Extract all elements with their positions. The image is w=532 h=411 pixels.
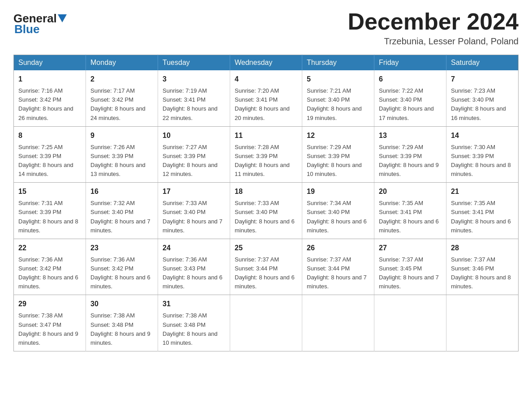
weekday-header-monday: Monday bbox=[86, 55, 158, 71]
day-info: Sunrise: 7:28 AMSunset: 3:39 PMDaylight:… bbox=[235, 144, 290, 177]
day-cell: 13Sunrise: 7:29 AMSunset: 3:39 PMDayligh… bbox=[374, 126, 446, 183]
day-number: 6 bbox=[379, 74, 442, 85]
header: General Blue December 2024 Trzebunia, Le… bbox=[13, 9, 519, 47]
week-row-5: 29Sunrise: 7:38 AMSunset: 3:47 PMDayligh… bbox=[14, 295, 519, 351]
day-cell: 2Sunrise: 7:17 AMSunset: 3:42 PMDaylight… bbox=[86, 70, 158, 126]
day-number: 19 bbox=[307, 186, 369, 197]
day-number: 24 bbox=[163, 243, 225, 253]
day-info: Sunrise: 7:34 AMSunset: 3:40 PMDaylight:… bbox=[307, 200, 367, 233]
day-cell: 24Sunrise: 7:36 AMSunset: 3:43 PMDayligh… bbox=[158, 239, 230, 295]
day-cell: 11Sunrise: 7:28 AMSunset: 3:39 PMDayligh… bbox=[230, 126, 302, 183]
day-number: 1 bbox=[18, 74, 81, 85]
day-cell bbox=[302, 295, 374, 351]
day-info: Sunrise: 7:37 AMSunset: 3:44 PMDaylight:… bbox=[235, 256, 295, 290]
day-cell: 16Sunrise: 7:32 AMSunset: 3:40 PMDayligh… bbox=[86, 183, 158, 239]
day-info: Sunrise: 7:38 AMSunset: 3:48 PMDaylight:… bbox=[90, 312, 150, 346]
day-info: Sunrise: 7:38 AMSunset: 3:48 PMDaylight:… bbox=[163, 312, 218, 346]
day-cell bbox=[446, 295, 519, 351]
day-cell: 31Sunrise: 7:38 AMSunset: 3:48 PMDayligh… bbox=[158, 295, 230, 351]
day-info: Sunrise: 7:22 AMSunset: 3:40 PMDaylight:… bbox=[379, 87, 434, 121]
day-info: Sunrise: 7:36 AMSunset: 3:43 PMDaylight:… bbox=[163, 256, 223, 290]
day-number: 21 bbox=[451, 186, 514, 197]
week-row-1: 1Sunrise: 7:16 AMSunset: 3:42 PMDaylight… bbox=[14, 70, 519, 126]
day-info: Sunrise: 7:38 AMSunset: 3:47 PMDaylight:… bbox=[18, 312, 78, 346]
day-info: Sunrise: 7:37 AMSunset: 3:45 PMDaylight:… bbox=[379, 256, 439, 290]
week-row-3: 15Sunrise: 7:31 AMSunset: 3:39 PMDayligh… bbox=[14, 183, 519, 239]
day-info: Sunrise: 7:29 AMSunset: 3:39 PMDaylight:… bbox=[379, 144, 439, 177]
day-number: 28 bbox=[451, 243, 514, 253]
day-cell: 26Sunrise: 7:37 AMSunset: 3:44 PMDayligh… bbox=[302, 239, 374, 295]
day-info: Sunrise: 7:36 AMSunset: 3:42 PMDaylight:… bbox=[90, 256, 150, 290]
day-number: 9 bbox=[90, 130, 153, 141]
weekday-header-row: SundayMondayTuesdayWednesdayThursdayFrid… bbox=[14, 55, 519, 71]
month-title: December 2024 bbox=[348, 9, 519, 34]
day-cell: 4Sunrise: 7:20 AMSunset: 3:41 PMDaylight… bbox=[230, 70, 302, 126]
day-info: Sunrise: 7:25 AMSunset: 3:39 PMDaylight:… bbox=[18, 144, 73, 177]
day-cell: 1Sunrise: 7:16 AMSunset: 3:42 PMDaylight… bbox=[14, 70, 86, 126]
title-area: December 2024 Trzebunia, Lesser Poland, … bbox=[348, 9, 519, 47]
day-number: 27 bbox=[379, 243, 442, 253]
day-cell: 6Sunrise: 7:22 AMSunset: 3:40 PMDaylight… bbox=[374, 70, 446, 126]
day-info: Sunrise: 7:36 AMSunset: 3:42 PMDaylight:… bbox=[18, 256, 78, 290]
day-number: 23 bbox=[90, 243, 153, 253]
day-info: Sunrise: 7:21 AMSunset: 3:40 PMDaylight:… bbox=[307, 87, 362, 121]
day-info: Sunrise: 7:35 AMSunset: 3:41 PMDaylight:… bbox=[451, 200, 511, 233]
logo-triangle-icon bbox=[58, 14, 67, 22]
day-number: 20 bbox=[379, 186, 442, 197]
day-cell: 15Sunrise: 7:31 AMSunset: 3:39 PMDayligh… bbox=[14, 183, 86, 239]
day-cell: 29Sunrise: 7:38 AMSunset: 3:47 PMDayligh… bbox=[14, 295, 86, 351]
day-cell: 9Sunrise: 7:26 AMSunset: 3:39 PMDaylight… bbox=[86, 126, 158, 183]
day-number: 17 bbox=[163, 186, 225, 197]
week-row-4: 22Sunrise: 7:36 AMSunset: 3:42 PMDayligh… bbox=[14, 239, 519, 295]
day-number: 22 bbox=[18, 243, 81, 253]
day-number: 14 bbox=[451, 130, 514, 141]
day-info: Sunrise: 7:33 AMSunset: 3:40 PMDaylight:… bbox=[163, 200, 223, 233]
day-cell: 3Sunrise: 7:19 AMSunset: 3:41 PMDaylight… bbox=[158, 70, 230, 126]
day-number: 31 bbox=[163, 299, 225, 309]
day-info: Sunrise: 7:16 AMSunset: 3:42 PMDaylight:… bbox=[18, 87, 73, 121]
day-info: Sunrise: 7:19 AMSunset: 3:41 PMDaylight:… bbox=[163, 87, 218, 121]
day-info: Sunrise: 7:20 AMSunset: 3:41 PMDaylight:… bbox=[235, 87, 290, 121]
day-number: 5 bbox=[307, 74, 369, 85]
day-number: 4 bbox=[235, 74, 297, 85]
day-cell: 30Sunrise: 7:38 AMSunset: 3:48 PMDayligh… bbox=[86, 295, 158, 351]
weekday-header-friday: Friday bbox=[374, 55, 446, 71]
weekday-header-saturday: Saturday bbox=[446, 55, 519, 71]
day-number: 8 bbox=[18, 130, 81, 141]
day-cell: 20Sunrise: 7:35 AMSunset: 3:41 PMDayligh… bbox=[374, 183, 446, 239]
day-cell: 12Sunrise: 7:29 AMSunset: 3:39 PMDayligh… bbox=[302, 126, 374, 183]
day-number: 12 bbox=[307, 130, 369, 141]
day-cell: 27Sunrise: 7:37 AMSunset: 3:45 PMDayligh… bbox=[374, 239, 446, 295]
day-info: Sunrise: 7:17 AMSunset: 3:42 PMDaylight:… bbox=[90, 87, 146, 121]
day-cell: 10Sunrise: 7:27 AMSunset: 3:39 PMDayligh… bbox=[158, 126, 230, 183]
day-cell: 23Sunrise: 7:36 AMSunset: 3:42 PMDayligh… bbox=[86, 239, 158, 295]
day-info: Sunrise: 7:37 AMSunset: 3:44 PMDaylight:… bbox=[307, 256, 367, 290]
day-cell: 19Sunrise: 7:34 AMSunset: 3:40 PMDayligh… bbox=[302, 183, 374, 239]
weekday-header-sunday: Sunday bbox=[14, 55, 86, 71]
logo-blue-text: Blue bbox=[13, 22, 39, 36]
day-number: 3 bbox=[163, 74, 225, 85]
day-number: 2 bbox=[90, 74, 153, 85]
calendar-body: 1Sunrise: 7:16 AMSunset: 3:42 PMDaylight… bbox=[14, 70, 519, 351]
day-cell: 21Sunrise: 7:35 AMSunset: 3:41 PMDayligh… bbox=[446, 183, 519, 239]
weekday-header-wednesday: Wednesday bbox=[230, 55, 302, 71]
day-cell bbox=[230, 295, 302, 351]
calendar-table: SundayMondayTuesdayWednesdayThursdayFrid… bbox=[13, 55, 519, 351]
day-number: 16 bbox=[90, 186, 153, 197]
day-info: Sunrise: 7:33 AMSunset: 3:40 PMDaylight:… bbox=[235, 200, 295, 233]
day-info: Sunrise: 7:23 AMSunset: 3:40 PMDaylight:… bbox=[451, 87, 506, 121]
day-number: 15 bbox=[18, 186, 81, 197]
day-number: 7 bbox=[451, 74, 514, 85]
weekday-header-thursday: Thursday bbox=[302, 55, 374, 71]
day-info: Sunrise: 7:35 AMSunset: 3:41 PMDaylight:… bbox=[379, 200, 439, 233]
day-number: 13 bbox=[379, 130, 442, 141]
day-info: Sunrise: 7:37 AMSunset: 3:46 PMDaylight:… bbox=[451, 256, 511, 290]
day-info: Sunrise: 7:32 AMSunset: 3:40 PMDaylight:… bbox=[90, 200, 150, 233]
logo: General Blue bbox=[13, 13, 68, 36]
day-info: Sunrise: 7:30 AMSunset: 3:39 PMDaylight:… bbox=[451, 144, 511, 177]
day-cell: 17Sunrise: 7:33 AMSunset: 3:40 PMDayligh… bbox=[158, 183, 230, 239]
day-number: 29 bbox=[18, 299, 81, 309]
day-cell: 28Sunrise: 7:37 AMSunset: 3:46 PMDayligh… bbox=[446, 239, 519, 295]
day-cell: 7Sunrise: 7:23 AMSunset: 3:40 PMDaylight… bbox=[446, 70, 519, 126]
day-cell: 5Sunrise: 7:21 AMSunset: 3:40 PMDaylight… bbox=[302, 70, 374, 126]
